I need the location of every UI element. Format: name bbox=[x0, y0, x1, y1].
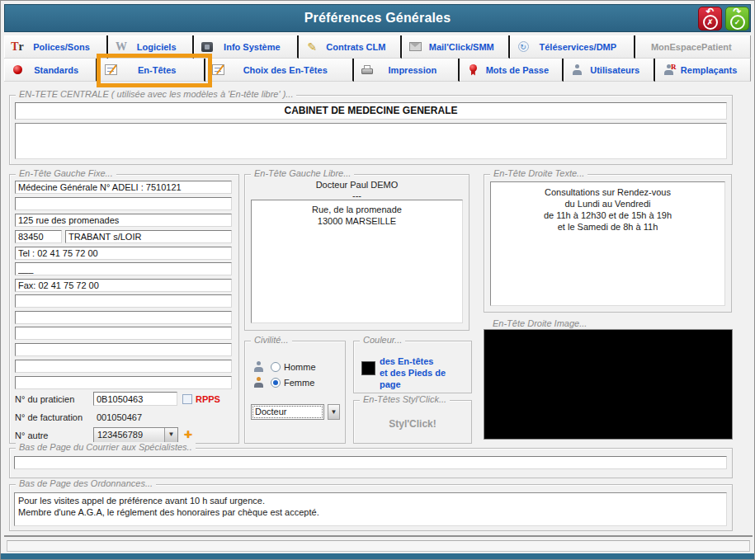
tab-impression[interactable]: Impression bbox=[354, 59, 460, 82]
titre-combo-arrow[interactable]: ▼ bbox=[328, 404, 340, 420]
man-icon bbox=[253, 361, 264, 372]
woman-icon bbox=[253, 377, 264, 388]
tab-utilisateurs[interactable]: Utilisateurs bbox=[564, 59, 655, 82]
group-label: EN-TETE CENTRALE ( utilisée avec les mod… bbox=[16, 89, 296, 99]
fixed-line-13-input[interactable] bbox=[15, 376, 232, 389]
praticien-label: N° du praticien bbox=[15, 394, 74, 404]
fixed-postcode-input[interactable] bbox=[15, 230, 62, 243]
praticien-input[interactable] bbox=[93, 392, 177, 406]
group-civilite: Civilité... bbox=[244, 341, 346, 444]
preferences-window: Préférences Générales ↶ ✗ ↷ ✓ Tr Polices… bbox=[0, 0, 755, 560]
droite-texte-textarea[interactable]: Consultations sur Rendez-vous du Lundi a… bbox=[490, 181, 725, 306]
red-seal-icon bbox=[465, 64, 480, 76]
fixed-line-11-input[interactable] bbox=[15, 343, 232, 356]
fixed-line-10-input[interactable] bbox=[15, 327, 232, 340]
tab-row-2: Standards En-Têtes Choix des En-Têtes Im… bbox=[4, 59, 753, 82]
tab-bar: Tr Polices/Sons W Logiciels Info Système… bbox=[4, 35, 753, 82]
person-r-icon: R bbox=[661, 64, 676, 75]
color-swatch[interactable] bbox=[361, 361, 375, 375]
central-header-input[interactable]: CABINET DE MEDECINE GENERALE bbox=[15, 102, 727, 120]
window-title: Préférences Générales bbox=[304, 11, 451, 26]
fixed-tel-input[interactable] bbox=[15, 247, 232, 260]
facturation-label: N° de facturation bbox=[15, 412, 83, 422]
femme-label: Femme bbox=[284, 378, 314, 388]
facturation-value: 001050467 bbox=[97, 412, 142, 422]
femme-radio[interactable] bbox=[271, 378, 281, 388]
tab-remplacants[interactable]: R Remplaçants bbox=[655, 59, 751, 82]
fixed-line-1-input[interactable] bbox=[15, 181, 232, 194]
fixed-line-2-input[interactable] bbox=[15, 197, 232, 210]
stylclick-button[interactable]: Styl'Click! bbox=[353, 418, 472, 430]
fixed-line-12-input[interactable] bbox=[15, 360, 232, 373]
homme-label: Homme bbox=[284, 362, 316, 372]
group-label: En-Tête Gauche Fixe... bbox=[16, 168, 116, 178]
droite-image-label: En-Tête Droite Image... bbox=[489, 318, 590, 328]
fixed-fax-input[interactable] bbox=[15, 279, 232, 292]
fixed-address-input[interactable] bbox=[15, 214, 232, 227]
tab-standards[interactable]: Standards bbox=[4, 59, 97, 82]
redo-arrow-icon: ↷ bbox=[733, 8, 741, 15]
check-circle-icon: ✓ bbox=[730, 15, 745, 30]
homme-radio[interactable] bbox=[271, 362, 281, 372]
tab-logiciels[interactable]: W Logiciels bbox=[108, 35, 194, 59]
tab-teleservices-dmp[interactable]: ↻ Téléservices/DMP bbox=[510, 35, 635, 59]
tab-mailclick-smm[interactable]: Mail'Click/SMM bbox=[402, 35, 510, 59]
tab-row-1: Tr Polices/Sons W Logiciels Info Système… bbox=[4, 35, 753, 59]
system-icon bbox=[200, 42, 215, 52]
status-strip bbox=[7, 540, 750, 552]
fixed-city-input[interactable] bbox=[65, 230, 232, 243]
tab-contrats-clm[interactable]: ✎ Contrats CLM bbox=[299, 35, 402, 59]
undo-arrow-icon: ↶ bbox=[705, 8, 714, 15]
printer-icon bbox=[360, 65, 375, 74]
rpps-label: RPPS bbox=[196, 394, 220, 404]
confirm-button[interactable]: ↷ ✓ bbox=[725, 7, 749, 31]
libre-body-textarea[interactable]: Rue, de la promenade 13000 MARSEILLE bbox=[251, 200, 463, 323]
red-sphere-icon bbox=[10, 65, 25, 74]
group-label: Bas de Page des Ordonnances... bbox=[16, 478, 156, 488]
fonts-icon: Tr bbox=[10, 41, 25, 53]
titre-combobox[interactable]: Docteur bbox=[251, 404, 324, 420]
group-label: En-Tête Droite Texte... bbox=[490, 168, 587, 178]
tab-info-systeme[interactable]: Info Système bbox=[194, 35, 299, 59]
group-label: En-Têtes Styl'Click... bbox=[360, 394, 450, 404]
window-footer-bar bbox=[1, 553, 755, 559]
person-icon bbox=[569, 64, 584, 75]
group-label: Bas de Page du Courrier aux Spécialistes… bbox=[16, 442, 196, 452]
tab-monespacepatient[interactable]: MonEspacePatient bbox=[635, 35, 752, 59]
group-label: Couleur... bbox=[360, 335, 405, 345]
bas-ordonnances-textarea[interactable]: Pour les visites appel de préférence ava… bbox=[14, 492, 727, 526]
bottom-divider bbox=[4, 535, 753, 537]
autre-label: N° autre bbox=[15, 431, 48, 440]
plus-icon[interactable]: + bbox=[184, 429, 192, 440]
fixed-line-6-input[interactable] bbox=[15, 262, 232, 275]
envelope-icon bbox=[408, 42, 422, 51]
abc-pencil-icon bbox=[103, 64, 118, 75]
tab-en-tetes[interactable]: En-Têtes bbox=[97, 59, 205, 82]
title-bar: Préférences Générales bbox=[4, 4, 751, 32]
cancel-button[interactable]: ↶ ✗ bbox=[698, 7, 722, 31]
group-label: Civilité... bbox=[251, 335, 292, 345]
central-header-extra-input[interactable] bbox=[15, 123, 727, 159]
couleur-link[interactable]: des En-têtes et des Pieds de page bbox=[380, 355, 467, 390]
group-label: En-Tête Gauche Libre... bbox=[251, 168, 354, 178]
pencil-icon: ✎ bbox=[304, 41, 319, 53]
sync-icon: ↻ bbox=[516, 41, 531, 52]
libre-header-text: Docteur Paul DEMO bbox=[244, 180, 470, 190]
autre-combobox[interactable]: 123456789 ▼ bbox=[93, 427, 178, 443]
tab-choix-des-en-tetes[interactable]: Choix des En-Têtes bbox=[205, 59, 354, 82]
fixed-line-9-input[interactable] bbox=[15, 311, 232, 324]
chevron-down-icon[interactable]: ▼ bbox=[164, 428, 177, 442]
tab-polices-sons[interactable]: Tr Polices/Sons bbox=[4, 35, 108, 59]
cross-circle-icon: ✗ bbox=[703, 15, 718, 30]
fixed-line-8-input[interactable] bbox=[15, 294, 232, 308]
rpps-checkbox[interactable] bbox=[182, 394, 192, 404]
word-icon: W bbox=[114, 41, 129, 53]
abc-pencil-icon bbox=[211, 64, 226, 75]
tab-mots-de-passe[interactable]: Mots de Passe bbox=[460, 59, 564, 82]
droite-image-preview[interactable] bbox=[484, 329, 733, 440]
bas-courrier-input[interactable] bbox=[14, 456, 727, 469]
